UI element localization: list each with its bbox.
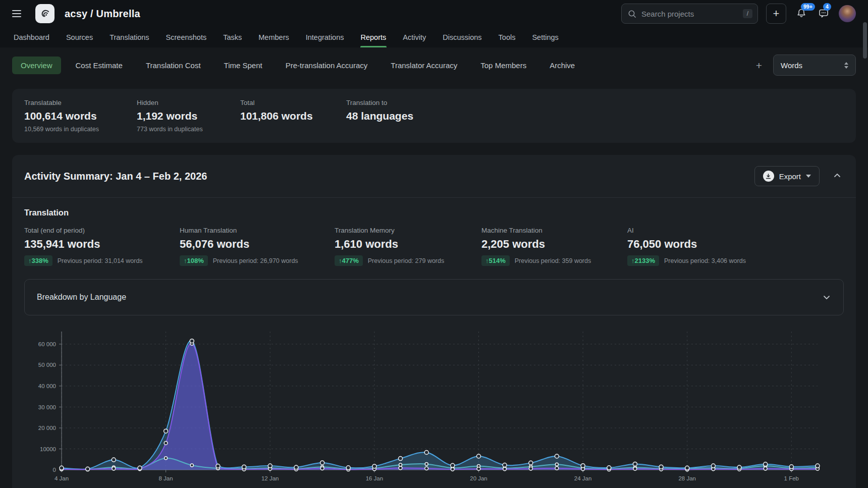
metric-human-translation: Human Translation56,076 words↑108%Previo… <box>180 227 335 266</box>
add-report-button[interactable]: + <box>756 60 762 71</box>
breakdown-label: Breakdown by Language <box>37 293 126 302</box>
subtab-archive[interactable]: Archive <box>541 57 583 74</box>
search-placeholder: Search projects <box>641 10 738 18</box>
reports-subnav: OverviewCost EstimateTranslation CostTim… <box>12 55 856 76</box>
messages-count-badge: 4 <box>823 3 831 11</box>
page-scrollbar[interactable] <box>862 0 868 488</box>
metric-value: 56,076 words <box>180 238 335 251</box>
breakdown-by-language-toggle[interactable]: Breakdown by Language <box>24 279 844 315</box>
activity-summary-card: Activity Summary: Jan 4 – Feb 2, 2026 Ex… <box>12 155 856 488</box>
change-badge: ↑477% <box>335 255 363 266</box>
svg-text:12 Jan: 12 Jan <box>261 475 279 481</box>
stat-sub: 10,569 words in duplicates <box>24 126 137 133</box>
svg-text:40 000: 40 000 <box>38 383 56 389</box>
stat-sub <box>346 126 844 133</box>
stat-label: Translatable <box>24 99 137 106</box>
metric-machine-translation: Machine Translation2,205 words↑514%Previ… <box>481 227 627 266</box>
nav-item-dashboard[interactable]: Dashboard <box>13 27 50 47</box>
previous-period-text: Previous period: 31,014 words <box>58 257 143 264</box>
svg-text:8 Jan: 8 Jan <box>159 475 173 481</box>
activity-summary-title: Activity Summary: Jan 4 – Feb 2, 2026 <box>24 171 754 182</box>
subtab-cost-estimate[interactable]: Cost Estimate <box>67 57 131 74</box>
stat-translatable: Translatable100,614 words10,569 words in… <box>24 99 137 133</box>
nav-item-integrations[interactable]: Integrations <box>305 27 345 47</box>
svg-text:28 Jan: 28 Jan <box>678 475 696 481</box>
stat-sub: 773 words in duplicates <box>137 126 240 133</box>
user-avatar[interactable] <box>839 5 856 22</box>
svg-text:10000: 10000 <box>40 446 56 452</box>
collapse-section-button[interactable] <box>831 169 844 184</box>
metric-label: Human Translation <box>180 227 335 234</box>
previous-period-text: Previous period: 3,406 words <box>664 257 746 264</box>
project-stats-card: Translatable100,614 words10,569 words in… <box>12 89 856 143</box>
svg-text:0: 0 <box>53 467 56 473</box>
svg-text:20 Jan: 20 Jan <box>470 475 487 481</box>
nav-item-sources[interactable]: Sources <box>66 27 93 47</box>
activity-chart-svg[interactable]: 01000020 00030 00040 00050 00060 0004 Ja… <box>24 328 837 488</box>
nav-item-members[interactable]: Members <box>258 27 289 47</box>
project-nav: DashboardSourcesTranslationsScreenshotsT… <box>0 27 868 47</box>
metric-value: 135,941 words <box>24 238 180 251</box>
stat-label: Hidden <box>137 99 240 106</box>
metric-total-end-of-period-: Total (end of period)135,941 words↑338%P… <box>24 227 180 266</box>
messages-button[interactable]: 4 <box>817 7 831 21</box>
search-input[interactable]: Search projects / <box>621 4 758 24</box>
subtab-translator-accuracy[interactable]: Translator Accuracy <box>382 57 466 74</box>
stat-value: 100,614 words <box>24 110 137 122</box>
stat-total: Total101,806 words <box>240 99 346 133</box>
notifications-button[interactable]: 99+ <box>794 7 808 21</box>
search-icon <box>628 10 636 18</box>
app-logo-icon[interactable] <box>35 4 55 23</box>
unit-select[interactable]: Words <box>773 55 856 76</box>
nav-item-activity[interactable]: Activity <box>402 27 426 47</box>
export-button-label: Export <box>779 172 801 181</box>
create-button[interactable]: + <box>766 4 786 24</box>
scrollbar-thumb[interactable] <box>863 22 867 59</box>
metric-label: Machine Translation <box>481 227 627 234</box>
nav-item-tasks[interactable]: Tasks <box>223 27 242 47</box>
caret-down-icon <box>806 175 811 178</box>
menu-button[interactable] <box>12 7 25 20</box>
nav-item-tools[interactable]: Tools <box>498 27 516 47</box>
download-icon <box>763 171 774 182</box>
change-badge: ↑514% <box>481 255 510 266</box>
previous-period-text: Previous period: 26,970 words <box>213 257 298 264</box>
metric-value: 2,205 words <box>481 238 627 251</box>
subtab-overview[interactable]: Overview <box>12 57 61 74</box>
previous-period-text: Previous period: 279 words <box>368 257 444 264</box>
metric-label: AI <box>627 227 844 234</box>
subtab-pre-translation-accuracy[interactable]: Pre-translation Accuracy <box>277 57 376 74</box>
nav-item-translations[interactable]: Translations <box>109 27 149 47</box>
metric-label: Translation Memory <box>335 227 481 234</box>
subtab-translation-cost[interactable]: Translation Cost <box>137 57 209 74</box>
svg-text:4 Jan: 4 Jan <box>55 475 69 481</box>
export-button[interactable]: Export <box>754 166 820 186</box>
subtab-top-members[interactable]: Top Members <box>472 57 535 74</box>
metric-translation-memory: Translation Memory1,610 words↑477%Previo… <box>335 227 481 266</box>
svg-text:50 000: 50 000 <box>38 362 56 368</box>
subtab-time-spent[interactable]: Time Spent <box>215 57 271 74</box>
nav-item-discussions[interactable]: Discussions <box>442 27 482 47</box>
metric-value: 76,050 words <box>627 238 844 251</box>
previous-period-text: Previous period: 359 words <box>515 257 591 264</box>
activity-chart[interactable]: 01000020 00030 00040 00050 00060 0004 Ja… <box>24 328 844 488</box>
stat-value: 48 languages <box>346 110 844 122</box>
nav-item-settings[interactable]: Settings <box>531 27 559 47</box>
select-carets-icon <box>844 62 848 69</box>
change-badge: ↑338% <box>24 255 52 266</box>
stat-label: Total <box>240 99 346 106</box>
svg-text:60 000: 60 000 <box>38 341 56 347</box>
chevron-down-icon <box>822 293 831 302</box>
svg-text:30 000: 30 000 <box>38 404 56 410</box>
change-badge: ↑2133% <box>627 255 659 266</box>
stat-label: Translation to <box>346 99 844 106</box>
metric-label: Total (end of period) <box>24 227 180 234</box>
stat-hidden: Hidden1,192 words773 words in duplicates <box>137 99 240 133</box>
nav-item-screenshots[interactable]: Screenshots <box>166 27 207 47</box>
project-title: acsy / Umbrella <box>65 8 140 20</box>
svg-text:24 Jan: 24 Jan <box>574 475 592 481</box>
svg-text:20 000: 20 000 <box>38 425 56 431</box>
nav-item-reports[interactable]: Reports <box>360 27 387 47</box>
top-bar: acsy / Umbrella Search projects / + 99+ <box>0 0 868 27</box>
metric-value: 1,610 words <box>335 238 481 251</box>
